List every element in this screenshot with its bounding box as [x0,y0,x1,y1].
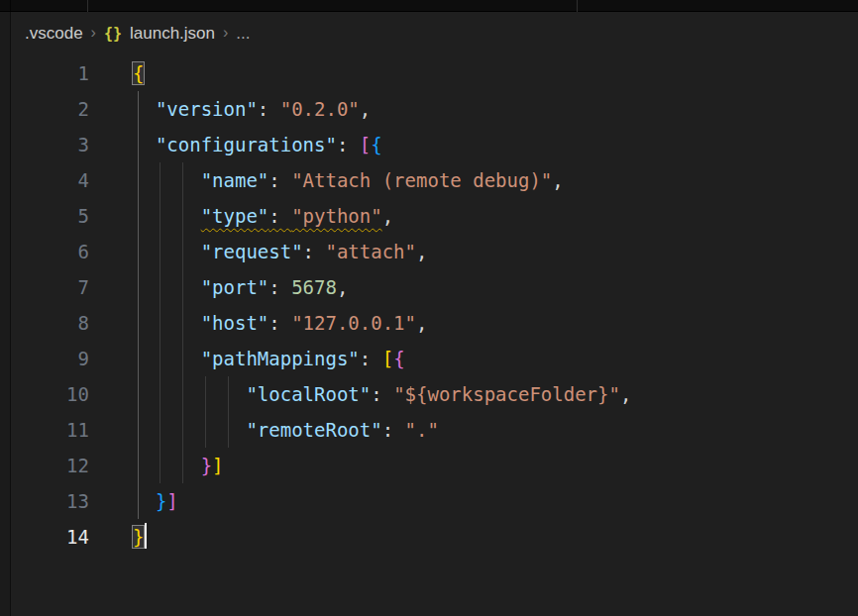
breadcrumb-symbol-ellipsis[interactable]: ... [236,24,250,44]
code-line[interactable]: 13 }] [0,483,858,519]
code-line[interactable]: 9 "pathMappings": [{ [0,341,858,376]
code-token [133,98,156,120]
line-number[interactable]: 8 [0,305,89,341]
line-number[interactable]: 5 [0,198,89,234]
code-token: "type" [201,205,269,227]
code-token: : [382,419,405,441]
code-token: , [360,98,371,120]
code-line[interactable]: 12 }] [0,448,858,483]
breadcrumb-folder[interactable]: .vscode [25,24,83,44]
code-line[interactable]: 4 "name": "Attach (remote debug)", [0,162,858,198]
code-token: : [268,312,291,334]
code-token: : [258,98,280,120]
code-line[interactable]: 14} [0,519,858,555]
code-line[interactable]: 8 "host": "127.0.0.1", [0,305,858,341]
line-number[interactable]: 9 [0,341,89,376]
code-text: "configurations": [{ [89,127,382,162]
code-lines: 1{2 "version": "0.2.0",3 "configurations… [0,55,858,555]
code-token: "python" [291,205,382,227]
code-token: "localRoot" [246,383,371,405]
code-token: , [620,383,631,405]
code-token [133,205,201,227]
code-token: , [416,312,427,334]
code-token: "pathMappings" [201,348,360,369]
code-text: "port": 5678, [89,269,348,305]
code-token: "version" [156,98,258,120]
line-number[interactable]: 7 [0,269,89,305]
code-text: }] [89,448,224,483]
code-token: { [371,134,381,155]
line-number[interactable]: 10 [0,376,89,412]
code-text: "host": "127.0.0.1", [89,305,427,341]
code-token: , [337,276,348,298]
line-number[interactable]: 1 [0,55,89,91]
code-token [133,490,156,512]
code-token: : [268,276,291,298]
line-number[interactable]: 12 [0,448,89,483]
code-token: : [371,383,393,405]
code-token [133,312,201,334]
code-token: "name" [201,169,269,191]
code-line[interactable]: 6 "request": "attach", [0,234,858,269]
code-token: , [552,169,563,191]
code-token: } [156,490,166,512]
code-line[interactable]: 1{ [0,55,858,91]
line-number[interactable]: 2 [0,91,89,127]
code-text: "request": "attach", [89,234,427,269]
code-token: "127.0.0.1" [291,312,416,334]
code-text: { [89,55,144,91]
code-token [133,241,201,262]
code-line[interactable]: 10 "localRoot": "${workspaceFolder}", [0,376,858,412]
code-token: : [268,205,291,227]
code-token: : [360,348,382,369]
chevron-right-icon: › [223,24,228,42]
code-token: { [393,348,404,369]
code-token [133,134,156,155]
code-token: "configurations" [156,134,337,155]
code-token [133,348,201,369]
editor[interactable]: 1{2 "version": "0.2.0",3 "configurations… [0,55,858,616]
code-token: } [133,526,144,548]
code-text: }] [89,483,178,519]
code-token: : [268,169,291,191]
code-token: "Attach (remote debug)" [291,169,552,191]
code-token: [ [382,348,393,369]
breadcrumb-file[interactable]: launch.json [130,24,215,44]
code-token [133,383,246,405]
code-token: "." [405,419,439,441]
code-line[interactable]: 5 "type": "python", [0,198,858,234]
tab-separator [87,0,88,12]
code-token: "remoteRoot" [246,419,381,441]
code-token: "host" [201,312,269,334]
code-token: 5678 [291,276,337,298]
code-token: ] [212,455,223,476]
code-text: "version": "0.2.0", [89,91,371,127]
line-number[interactable]: 3 [0,127,89,162]
line-number[interactable]: 4 [0,162,89,198]
line-number[interactable]: 13 [0,483,89,519]
code-token: "request" [201,241,303,262]
code-line[interactable]: 2 "version": "0.2.0", [0,91,858,127]
tab-separator [577,0,578,12]
code-token: ] [166,490,177,512]
code-token [133,419,246,441]
line-number[interactable]: 11 [0,412,89,448]
code-line[interactable]: 7 "port": 5678, [0,269,858,305]
code-token: "port" [201,276,269,298]
text-cursor [145,523,147,549]
code-token: , [382,205,393,227]
code-line[interactable]: 3 "configurations": [{ [0,127,858,162]
code-token: { [133,62,144,84]
code-text: "remoteRoot": "." [89,412,439,448]
code-token: "${workspaceFolder}" [393,383,620,405]
code-text: "localRoot": "${workspaceFolder}", [89,376,631,412]
line-number[interactable]: 6 [0,234,89,269]
line-number[interactable]: 14 [0,519,89,555]
code-line[interactable]: 11 "remoteRoot": "." [0,412,858,448]
code-token: "attach" [325,241,416,262]
code-text: } [89,519,147,555]
code-text: "type": "python", [89,198,393,234]
tab-bar [0,0,858,12]
code-text: "name": "Attach (remote debug)", [89,162,564,198]
breadcrumb: .vscode › {} launch.json › ... [11,13,858,54]
